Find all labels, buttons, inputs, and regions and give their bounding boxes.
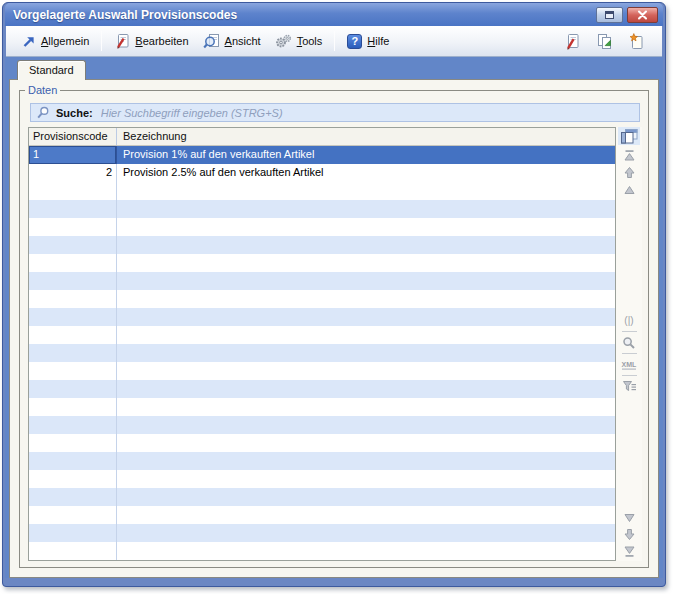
- page-up-button[interactable]: [619, 165, 639, 180]
- cell-provisionscode: [29, 344, 117, 362]
- table-row[interactable]: 2Provision 2.5% auf den verkauften Artik…: [29, 164, 615, 182]
- cell-provisionscode: [29, 272, 117, 290]
- menu-item-ansicht[interactable]: Ansicht: [196, 30, 268, 52]
- table-row[interactable]: 1Provision 1% auf den verkauften Artikel: [29, 146, 615, 164]
- arrow-northeast-icon: [21, 34, 36, 49]
- cell-bezeichnung: [117, 272, 615, 290]
- menu-item-bearbeiten[interactable]: Bearbeiten: [107, 30, 195, 52]
- zoom-search-button[interactable]: [619, 335, 639, 350]
- help-icon: ?: [347, 34, 362, 49]
- search-bar[interactable]: Suche:: [30, 103, 640, 122]
- row-up-icon: [623, 184, 636, 196]
- table-row: [29, 200, 615, 218]
- table-row: [29, 524, 615, 542]
- table-row: [29, 290, 615, 308]
- grid-zone: Provisionscode Bezeichnung 1Provision 1%…: [28, 127, 642, 561]
- tab-standard[interactable]: Standard: [17, 60, 86, 80]
- search-icon: [36, 106, 50, 120]
- rail-separator: [622, 331, 637, 332]
- report-document-icon: [564, 33, 580, 50]
- page-down-icon: [623, 528, 636, 541]
- cell-bezeichnung: Provision 2.5% auf den verkauften Artike…: [117, 164, 615, 182]
- cell-provisionscode: [29, 218, 117, 236]
- filter-button[interactable]: [619, 379, 639, 394]
- cell-provisionscode: [29, 236, 117, 254]
- cell-bezeichnung: Provision 1% auf den verkauften Artikel: [117, 146, 615, 164]
- svg-text:XML: XML: [622, 360, 638, 367]
- close-button[interactable]: [627, 7, 658, 23]
- table-row: [29, 488, 615, 506]
- provisionscodes-table: Provisionscode Bezeichnung 1Provision 1%…: [28, 127, 616, 561]
- screen: Vorgelagerte Auswahl Provisionscodes All…: [0, 0, 673, 594]
- cell-provisionscode: [29, 470, 117, 488]
- table-row: [29, 506, 615, 524]
- daten-groupbox: Daten Suche: Provi: [19, 90, 649, 568]
- cell-bezeichnung: [117, 308, 615, 326]
- brackets-icon: (|): [621, 314, 637, 327]
- new-document-icon: [628, 33, 644, 50]
- grid-body: 1Provision 1% auf den verkauften Artikel…: [29, 146, 615, 560]
- page-up-icon: [623, 166, 636, 179]
- cell-bezeichnung: [117, 434, 615, 452]
- cell-provisionscode: [29, 452, 117, 470]
- table-row: [29, 326, 615, 344]
- table-row: [29, 308, 615, 326]
- xml-button[interactable]: XML: [619, 357, 639, 372]
- copy-document-button[interactable]: [594, 32, 614, 50]
- rail-separator: [622, 353, 637, 354]
- table-row: [29, 416, 615, 434]
- menu-item-label: Bearbeiten: [135, 35, 188, 47]
- cell-bezeichnung: [117, 326, 615, 344]
- brackets-button[interactable]: (|): [619, 313, 639, 328]
- restore-button[interactable]: [596, 7, 623, 23]
- table-header: Provisionscode Bezeichnung: [29, 128, 615, 146]
- cell-provisionscode: [29, 308, 117, 326]
- table-row: [29, 272, 615, 290]
- cell-bezeichnung: [117, 380, 615, 398]
- menu-item-allgemein[interactable]: Allgemein: [14, 31, 96, 52]
- cell-bezeichnung: [117, 542, 615, 560]
- cell-bezeichnung: [117, 344, 615, 362]
- cell-bezeichnung: [117, 254, 615, 272]
- new-document-button[interactable]: [626, 32, 646, 50]
- scroll-to-top-button[interactable]: [619, 148, 639, 163]
- cell-provisionscode: [29, 326, 117, 344]
- table-row: [29, 236, 615, 254]
- cell-provisionscode: [29, 380, 117, 398]
- row-up-button[interactable]: [619, 182, 639, 197]
- edit-document-icon: [114, 33, 130, 49]
- toolbar-separator: [334, 31, 335, 51]
- table-row: [29, 434, 615, 452]
- xml-icon: XML: [620, 359, 638, 371]
- table-row: [29, 470, 615, 488]
- menu-item-label: Allgemein: [41, 35, 89, 47]
- gears-icon: [275, 34, 292, 49]
- scroll-to-bottom-button[interactable]: [619, 544, 639, 559]
- table-row: [29, 344, 615, 362]
- page-down-button[interactable]: [619, 527, 639, 542]
- grid-side-rail: (|): [616, 127, 642, 561]
- cell-provisionscode: [29, 524, 117, 542]
- menu-item-label: Ansicht: [225, 35, 261, 47]
- menu-item-label: Tools: [297, 35, 323, 47]
- column-header-provisionscode[interactable]: Provisionscode: [29, 128, 117, 145]
- cell-provisionscode: [29, 542, 117, 560]
- app-window: Vorgelagerte Auswahl Provisionscodes All…: [2, 2, 666, 587]
- table-row: [29, 542, 615, 560]
- menu-item-hilfe[interactable]: ? Hilfe: [340, 31, 396, 52]
- column-chooser-icon: [621, 129, 638, 144]
- cell-provisionscode: [29, 416, 117, 434]
- search-label: Suche:: [56, 107, 93, 119]
- table-row: [29, 362, 615, 380]
- cell-provisionscode: [29, 182, 117, 200]
- view-magnifier-icon: [203, 33, 220, 49]
- report-document-button[interactable]: [562, 32, 582, 50]
- toolbar-separator: [101, 31, 102, 51]
- table-row: [29, 182, 615, 200]
- row-down-button[interactable]: [619, 510, 639, 525]
- titlebar[interactable]: Vorgelagerte Auswahl Provisionscodes: [5, 3, 663, 26]
- column-chooser-button[interactable]: [618, 127, 640, 145]
- search-input[interactable]: [99, 106, 634, 120]
- column-header-bezeichnung[interactable]: Bezeichnung: [117, 128, 615, 145]
- menu-item-tools[interactable]: Tools: [268, 31, 330, 52]
